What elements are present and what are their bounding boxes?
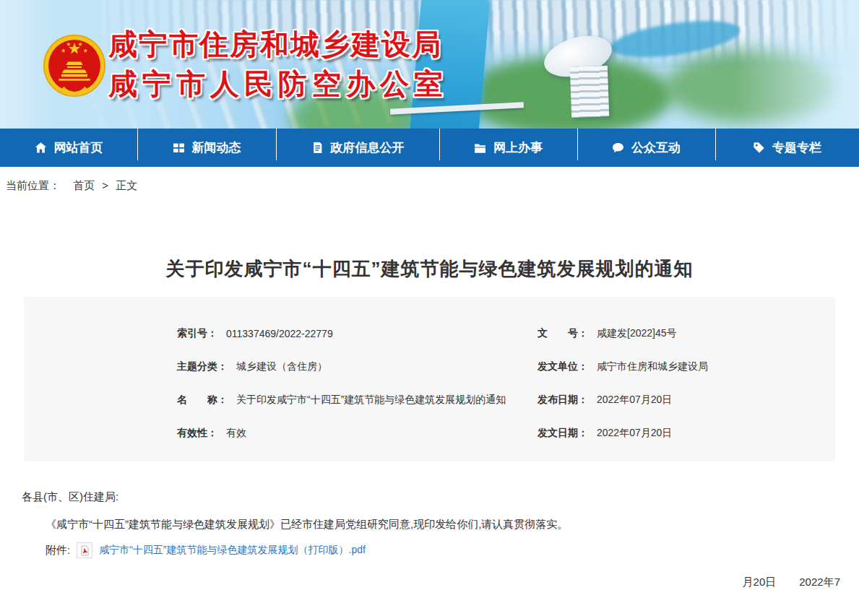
meta-row-document-name: 名 称： 关于印发咸宁市“十四五”建筑节能与绿色建筑发展规划的通知 [177,383,536,417]
site-banner: 咸宁市住房和城乡建设局 咸宁市人民防空办公室 [0,0,859,129]
home-icon [35,142,47,154]
meta-label: 索引号： [177,327,217,340]
meta-label: 名 称： [177,394,228,407]
nav-item-news[interactable]: 新闻动态 [137,129,276,167]
site-titles: 咸宁市住房和城乡建设局 咸宁市人民防空办公室 [108,26,448,102]
breadcrumb-separator: > [102,179,108,191]
meta-column-left: 索引号： 011337469/2022-22779 主题分类： 城乡建设（含住房… [24,317,536,450]
meta-column-right: 文 号： 咸建发[2022]45号 发文单位： 咸宁市住房和城乡建设局 发布日期… [536,317,835,450]
nav-item-gov-info[interactable]: 政府信息公开 [276,129,439,167]
meta-label: 发文日期： [538,427,588,440]
site-title-line2: 咸宁市人民防空办公室 [108,66,448,102]
chat-icon [612,142,624,154]
nav-item-label: 政府信息公开 [331,139,405,156]
page-title: 关于印发咸宁市“十四五”建筑节能与绿色建筑发展规划的通知 [0,256,859,282]
meta-row-topic-category: 主题分类： 城乡建设（含住房） [177,350,536,383]
meta-value: 有效 [226,427,246,440]
meta-row-index-number: 索引号： 011337469/2022-22779 [177,317,536,350]
nav-item-label: 网上办事 [493,139,543,156]
pdf-icon-glyph [79,545,90,556]
document-meta-box: 索引号： 011337469/2022-22779 主题分类： 城乡建设（含住房… [24,297,835,461]
meta-value: 咸建发[2022]45号 [597,327,677,340]
nav-item-label: 新闻动态 [192,139,241,156]
article-paragraph: 《咸宁市“十四五”建筑节能与绿色建筑发展规划》已经市住建局党组研究同意,现印发给… [46,516,830,532]
breadcrumb-label: 当前位置： [6,179,60,191]
attachment-row: 附件: 咸宁市“十四五”建筑节能与绿色建筑发展规划（打印版）.pdf [46,542,859,558]
article-date-part1: 月20日 [743,576,777,589]
nav-item-special-topics[interactable]: 专题专栏 [715,129,859,167]
breadcrumb: 当前位置： 首页 > 正文 [0,167,859,193]
nav-item-label: 专题专栏 [772,139,821,156]
article-date-part2: 2022年7 [799,576,840,589]
site-title-line1: 咸宁市住房和城乡建设局 [108,26,448,62]
meta-row-issuing-unit: 发文单位： 咸宁市住房和城乡建设局 [538,350,835,383]
breadcrumb-home-link[interactable]: 首页 [73,179,95,191]
attachment-link[interactable]: 咸宁市“十四五”建筑节能与绿色建筑发展规划（打印版）.pdf [99,544,366,557]
meta-value: 2022年07月20日 [597,394,672,407]
breadcrumb-current: 正文 [116,179,137,191]
nav-item-home[interactable]: 网站首页 [0,129,137,167]
article-date: 月20日 2022年7 [0,576,840,589]
folder-icon [474,142,486,154]
meta-value: 011337469/2022-22779 [226,328,333,339]
meta-value: 城乡建设（含住房） [236,360,327,373]
meta-row-document-number: 文 号： 咸建发[2022]45号 [538,317,835,350]
meta-value: 关于印发咸宁市“十四五”建筑节能与绿色建筑发展规划的通知 [236,394,506,407]
document-icon [311,142,324,154]
meta-value: 咸宁市住房和城乡建设局 [597,360,708,373]
nav-item-label: 公众互动 [631,139,681,156]
nav-item-public-interaction[interactable]: 公众互动 [577,129,715,167]
meta-label: 发文单位： [538,360,588,373]
meta-label: 发布日期： [538,394,588,407]
meta-label: 主题分类： [177,360,228,373]
tag-icon [753,142,765,154]
meta-row-issue-date: 发文日期： 2022年07月20日 [538,417,835,450]
main-nav: 网站首页 新闻动态 政府信息公开 网上办事 公众互动 专题专栏 [0,129,859,167]
article-greeting: 各县(市、区)住建局: [22,489,859,505]
nav-item-label: 网站首页 [54,139,103,156]
meta-label: 文 号： [538,327,588,340]
pdf-icon[interactable] [77,542,92,558]
meta-row-publish-date: 发布日期： 2022年07月20日 [538,383,835,417]
meta-label: 有效性： [177,427,217,440]
grid-icon [173,142,185,154]
national-emblem-icon [42,32,107,100]
meta-value: 2022年07月20日 [597,427,672,440]
meta-row-validity: 有效性： 有效 [177,417,536,450]
attachment-label: 附件: [46,544,70,558]
nav-item-online-services[interactable]: 网上办事 [439,129,577,167]
